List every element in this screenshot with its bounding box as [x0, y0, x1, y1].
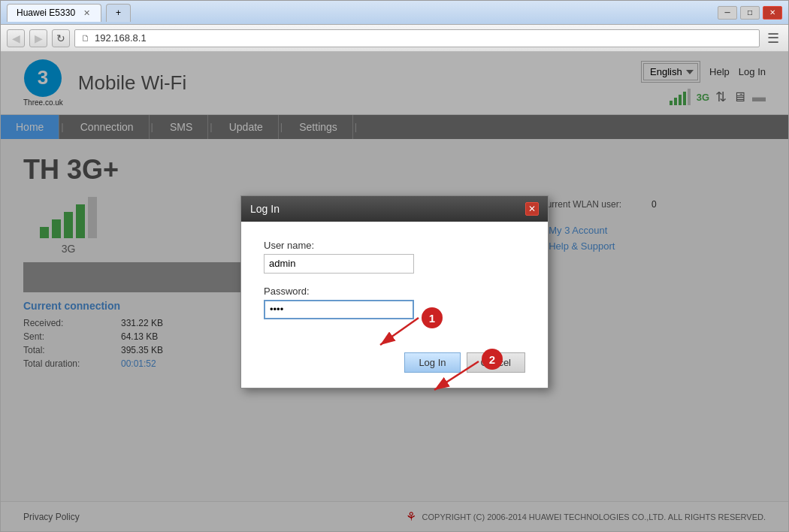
maximize-button[interactable]: □: [740, 6, 760, 20]
modal-overlay: Log In ✕ User name: Password: Log In Can: [1, 52, 788, 531]
annotation-2: 2: [482, 349, 503, 370]
password-label: Password:: [264, 286, 525, 297]
address-bar[interactable]: 🗋 192.168.8.1: [74, 29, 760, 47]
modal-close-button[interactable]: ✕: [525, 202, 539, 216]
page-icon: 🗋: [81, 33, 90, 44]
password-group: Password:: [264, 286, 525, 319]
username-label: User name:: [264, 240, 525, 251]
annotation-1: 1: [422, 307, 443, 328]
reload-button[interactable]: ↻: [52, 29, 70, 47]
browser-titlebar: Huawei E5330 ✕ + ─ □ ✕: [1, 1, 788, 25]
minimize-button[interactable]: ─: [718, 6, 737, 20]
tab-title: Huawei E5330: [17, 8, 75, 18]
tab-close-button[interactable]: ✕: [81, 8, 92, 18]
active-tab[interactable]: Huawei E5330 ✕: [7, 4, 101, 22]
close-button[interactable]: ✕: [763, 6, 782, 20]
new-tab[interactable]: +: [106, 4, 131, 22]
modal-title: Log In: [250, 203, 280, 215]
login-button[interactable]: Log In: [404, 352, 460, 373]
back-button[interactable]: ◀: [7, 29, 25, 47]
username-group: User name:: [264, 240, 525, 274]
browser-menu-button[interactable]: ☰: [764, 29, 782, 47]
modal-body: User name: Password:: [241, 222, 548, 349]
modal-titlebar: Log In ✕: [241, 196, 548, 222]
browser-toolbar: ◀ ▶ ↻ 🗋 192.168.8.1 ☰: [1, 25, 788, 52]
password-input[interactable]: [264, 300, 414, 319]
page-content: 3 Three.co.uk Mobile Wi-Fi English: [1, 52, 788, 531]
forward-button[interactable]: ▶: [29, 29, 47, 47]
browser-window: Huawei E5330 ✕ + ─ □ ✕ ◀ ▶ ↻ 🗋 192.168.8…: [0, 0, 789, 532]
username-input[interactable]: [264, 254, 414, 274]
address-text: 192.168.8.1: [95, 32, 147, 44]
